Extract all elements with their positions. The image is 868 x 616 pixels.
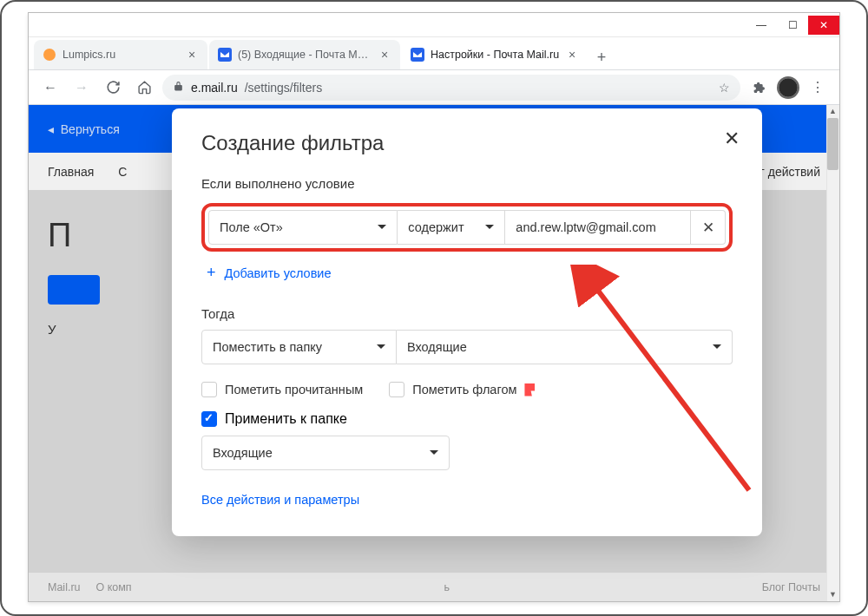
svg-point-0: [43, 49, 56, 61]
profile-avatar[interactable]: [777, 76, 799, 99]
apply-folder-row: Применить к папке Входящие: [201, 411, 733, 470]
extensions-button[interactable]: [746, 75, 772, 101]
action-select-value: Поместить в папку: [213, 340, 322, 354]
home-button[interactable]: [131, 75, 157, 101]
scroll-up-icon[interactable]: ▲: [828, 107, 838, 116]
chevron-down-icon: [713, 344, 721, 353]
folder-select[interactable]: Входящие: [397, 330, 733, 364]
apply-folder-value: Входящие: [213, 446, 273, 460]
device-frame: — ☐ ✕ Lumpics.ru × (5) Входящие - Почта …: [0, 0, 868, 616]
flag-icon: [524, 383, 535, 396]
window-controls: — ☐ ✕: [746, 16, 839, 35]
remove-condition-button[interactable]: ✕: [691, 210, 726, 245]
bookmark-star-icon[interactable]: ☆: [719, 81, 730, 95]
add-condition-label: Добавить условие: [225, 266, 332, 280]
tab-inbox[interactable]: (5) Входящие - Почта Mail.ru ×: [209, 40, 400, 69]
mark-flag-checkbox[interactable]: Пометить флагом: [389, 382, 535, 397]
checkbox-checked-icon: [201, 411, 217, 427]
tab-title: (5) Входящие - Почта Mail.ru: [238, 49, 372, 61]
lock-icon: [173, 81, 184, 95]
checkbox-icon: [201, 382, 217, 397]
address-bar: ← → e.mail.ru/settings/filters ☆ ⋮: [29, 70, 839, 105]
checkbox-label: Пометить флагом: [412, 383, 516, 396]
svg-rect-1: [218, 48, 232, 62]
condition-group: Поле «От» содержит ✕: [201, 203, 733, 252]
chevron-down-icon: [377, 344, 385, 353]
apply-folder-select[interactable]: Входящие: [201, 436, 450, 470]
scrollbar[interactable]: ▲ ▼: [826, 105, 839, 601]
field-select[interactable]: Поле «От»: [208, 210, 398, 245]
tabs-strip: Lumpics.ru × (5) Входящие - Почта Mail.r…: [29, 37, 839, 70]
scroll-down-icon[interactable]: ▼: [828, 590, 838, 600]
tab-title: Настройки - Почта Mail.ru: [431, 49, 559, 61]
close-modal-button[interactable]: ✕: [724, 128, 740, 150]
checkbox-icon: [389, 382, 404, 397]
all-actions-link[interactable]: Все действия и параметры: [201, 493, 733, 507]
add-condition-button[interactable]: + Добавить условие: [201, 264, 733, 282]
if-condition-label: Если выполнено условие: [201, 176, 733, 191]
mailru-favicon-icon: [411, 48, 424, 62]
url-host: e.mail.ru: [191, 81, 238, 95]
modal-title: Создание фильтра: [201, 131, 733, 155]
checkbox-label: Пометить прочитанным: [225, 383, 363, 396]
mark-read-checkbox[interactable]: Пометить прочитанным: [201, 382, 363, 397]
forward-button[interactable]: →: [69, 75, 95, 101]
checkbox-row: Пометить прочитанным Пометить флагом: [201, 382, 733, 397]
tab-lumpics[interactable]: Lumpics.ru ×: [34, 40, 207, 69]
condition-value-input[interactable]: [505, 210, 691, 245]
svg-rect-2: [411, 48, 424, 62]
folder-select-value: Входящие: [407, 340, 467, 354]
apply-folder-checkbox[interactable]: Применить к папке: [201, 411, 733, 427]
action-row: Поместить в папку Входящие: [201, 330, 733, 364]
field-select-value: Поле «От»: [220, 220, 283, 234]
then-label: Тогда: [201, 306, 733, 321]
reload-button[interactable]: [100, 75, 126, 101]
maximize-button[interactable]: ☐: [777, 16, 808, 35]
minimize-button[interactable]: —: [746, 16, 777, 35]
create-filter-modal: Создание фильтра ✕ Если выполнено услови…: [172, 108, 762, 536]
lumpics-favicon-icon: [43, 48, 56, 62]
new-tab-button[interactable]: +: [589, 45, 614, 69]
apply-folder-select-wrap: Входящие: [201, 436, 450, 470]
close-tab-icon[interactable]: ×: [565, 48, 579, 62]
window-titlebar: — ☐ ✕: [29, 13, 839, 37]
action-select[interactable]: Поместить в папку: [201, 330, 397, 364]
chrome-menu-button[interactable]: ⋮: [805, 75, 831, 101]
operator-select-value: содержит: [408, 220, 464, 234]
mailru-favicon-icon: [218, 48, 232, 62]
omnibox[interactable]: e.mail.ru/settings/filters ☆: [162, 75, 740, 101]
chevron-down-icon: [430, 450, 438, 459]
condition-row-highlight: Поле «От» содержит ✕: [201, 203, 733, 252]
scrollbar-thumb[interactable]: [827, 118, 838, 170]
close-window-button[interactable]: ✕: [808, 16, 839, 35]
browser-window: — ☐ ✕ Lumpics.ru × (5) Входящие - Почта …: [28, 12, 840, 602]
plus-icon: +: [207, 264, 216, 282]
operator-select[interactable]: содержит: [398, 210, 505, 245]
chevron-down-icon: [485, 225, 494, 233]
close-tab-icon[interactable]: ×: [185, 48, 199, 62]
tab-settings[interactable]: Настройки - Почта Mail.ru ×: [402, 40, 588, 69]
chevron-down-icon: [378, 225, 386, 233]
close-tab-icon[interactable]: ×: [378, 48, 391, 62]
url-path: /settings/filters: [245, 81, 322, 95]
tab-title: Lumpics.ru: [62, 49, 179, 61]
back-button[interactable]: ←: [37, 75, 63, 101]
checkbox-label: Применить к папке: [225, 411, 347, 427]
